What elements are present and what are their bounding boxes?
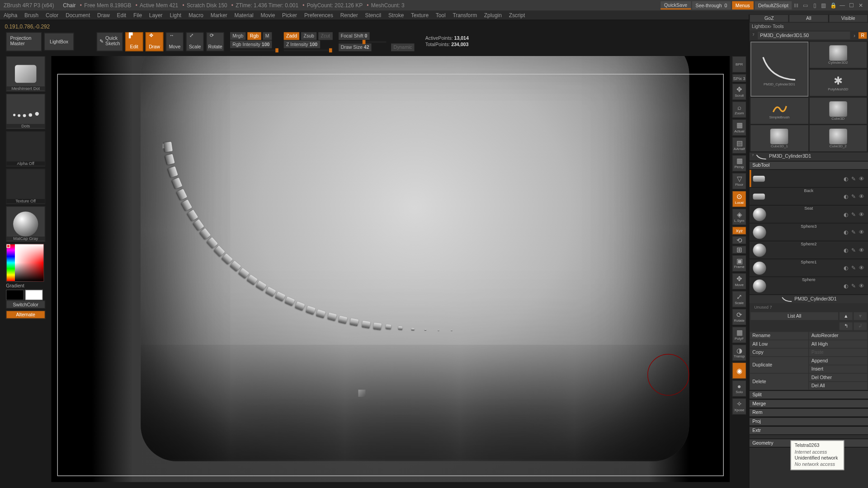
- menu-document[interactable]: Document: [66, 12, 90, 18]
- menus-button[interactable]: Menus: [732, 1, 753, 9]
- rtool-xyz[interactable]: Xyz: [732, 226, 746, 235]
- subtool-header[interactable]: SubTool: [750, 161, 868, 170]
- menu-light[interactable]: Light: [170, 12, 181, 18]
- menu-texture[interactable]: Texture: [411, 12, 429, 18]
- rtool-frame[interactable]: ▣Frame: [732, 255, 746, 272]
- rtool-local[interactable]: ⊙Local: [732, 191, 746, 207]
- rtool-scale[interactable]: ⤢Scale: [732, 291, 746, 308]
- move-up-button[interactable]: ▲: [840, 312, 853, 320]
- tool-polymesh3d[interactable]: ✱PolyMesh3D: [809, 70, 867, 96]
- subtool-item[interactable]: Sphere◐✎👁: [750, 277, 868, 295]
- rotate-button[interactable]: ⟳Rotate: [206, 32, 224, 51]
- duplicate-button[interactable]: Duplicate: [750, 357, 808, 373]
- menu-draw[interactable]: Draw: [97, 12, 110, 18]
- layout-icon[interactable]: ▭: [802, 2, 809, 9]
- dynamic-button[interactable]: Dynamic: [391, 43, 415, 51]
- subtool-item[interactable]: Seat◐✎👁: [750, 206, 868, 224]
- alpha-selector[interactable]: Alpha Off: [6, 131, 45, 167]
- nav-up-button[interactable]: ↰: [840, 322, 853, 330]
- quicksave-button[interactable]: QuickSave: [660, 1, 691, 9]
- rgb-intensity-slider[interactable]: [230, 49, 278, 51]
- zadd-button[interactable]: Zadd: [284, 32, 300, 40]
- subtool-item[interactable]: Sphere3◐✎👁: [750, 224, 868, 242]
- menu-transform[interactable]: Transform: [453, 12, 477, 18]
- subtool-vis-icon[interactable]: 👁: [859, 229, 864, 235]
- all-high-button[interactable]: All High: [809, 340, 867, 348]
- rtool-xpose[interactable]: ✧Xpose: [732, 398, 746, 415]
- texture-selector[interactable]: Texture Off: [6, 169, 45, 204]
- rtool-floor[interactable]: ▽Floor: [732, 173, 746, 189]
- seethrough-label[interactable]: See-through 0: [692, 1, 731, 9]
- subtool-vis-icon[interactable]: ✎: [851, 265, 857, 271]
- z-intensity-slider[interactable]: [284, 49, 331, 51]
- rtool-zoom[interactable]: ⌕Zoom: [732, 101, 746, 118]
- merge-header[interactable]: Merge: [750, 399, 868, 408]
- mrgb-button[interactable]: Mrgb: [230, 32, 246, 40]
- subtool-vis-icon[interactable]: ◐: [843, 229, 849, 235]
- subtool-vis-icon[interactable]: 👁: [859, 193, 864, 199]
- lightbox-button[interactable]: LightBox: [44, 33, 74, 51]
- remesh-header[interactable]: Rem: [750, 408, 868, 417]
- all-low-button[interactable]: All Low: [750, 340, 808, 348]
- subtool-vis-icon[interactable]: ✎: [851, 229, 857, 235]
- rename-button[interactable]: Rename: [750, 332, 808, 340]
- close-icon[interactable]: ✕: [857, 2, 864, 9]
- zsub-button[interactable]: Zsub: [301, 32, 316, 40]
- tool-simplebrush[interactable]: SimpleBrush: [750, 98, 808, 124]
- menu-color[interactable]: Color: [46, 12, 58, 18]
- append-button[interactable]: Append: [809, 357, 867, 365]
- menu-stencil[interactable]: Stencil: [365, 12, 381, 18]
- maximize-icon[interactable]: ☐: [848, 2, 855, 9]
- move-down-button[interactable]: ▼: [854, 312, 867, 320]
- copy-button[interactable]: Copy: [750, 348, 808, 356]
- subtool-vis-icon[interactable]: ✎: [851, 247, 857, 253]
- lock-icon[interactable]: 🔒: [830, 2, 837, 9]
- subtool-vis-icon[interactable]: ◐: [843, 247, 849, 253]
- subtool-item[interactable]: ◐✎👁: [750, 170, 868, 188]
- rtool-solo[interactable]: ●Solo: [732, 380, 746, 397]
- subtool-vis-icon[interactable]: 👁: [859, 265, 864, 271]
- m-button[interactable]: M: [263, 32, 271, 40]
- menu-brush[interactable]: Brush: [24, 12, 38, 18]
- subtool-vis-icon[interactable]: ✎: [851, 211, 857, 217]
- default-zscript[interactable]: DefaultZScript: [755, 1, 792, 9]
- autoreorder-button[interactable]: AutoReorder: [809, 332, 867, 340]
- menu-file[interactable]: File: [133, 12, 142, 18]
- current-tool-name[interactable]: PM3D_Cylinder3D1.50: [758, 32, 850, 39]
- layout2-icon[interactable]: ▯: [811, 2, 818, 9]
- subtool-vis-icon[interactable]: ✎: [851, 175, 857, 181]
- rtool-◉[interactable]: ◉: [732, 362, 746, 379]
- tool-nav-next[interactable]: ›: [851, 33, 857, 38]
- subtool-item[interactable]: Back◐✎👁: [750, 188, 868, 206]
- subtool-vis-icon[interactable]: ◐: [843, 175, 849, 181]
- rtool-l.sym[interactable]: ◈L.Sym: [732, 209, 746, 225]
- rtool-⊞[interactable]: ⊞: [732, 245, 746, 253]
- rtool-transp[interactable]: ◑Transp: [732, 344, 746, 361]
- rtool-scroll[interactable]: ✥Scroll: [732, 84, 746, 100]
- tool-current-preview[interactable]: PM3D_Cylinder3D1: [750, 42, 808, 96]
- menu-zscript[interactable]: Zscript: [509, 12, 525, 18]
- subtool-vis-icon[interactable]: 👁: [859, 175, 864, 181]
- insert-button[interactable]: Insert: [809, 365, 867, 373]
- menu-movie[interactable]: Movie: [261, 12, 275, 18]
- menu-tool[interactable]: Tool: [436, 12, 446, 18]
- switchcolor-button[interactable]: SwitchColor: [6, 300, 45, 309]
- tab-visible[interactable]: Visible: [829, 14, 868, 23]
- primary-color[interactable]: [25, 290, 43, 300]
- stroke-selector[interactable]: Dots: [6, 94, 45, 129]
- split-header[interactable]: Split: [750, 390, 868, 399]
- tool-cylinder3d2[interactable]: Cylinder3D2: [809, 42, 867, 68]
- subtool-vis-icon[interactable]: ✎: [851, 193, 857, 199]
- extract-header[interactable]: Extr: [750, 426, 868, 435]
- menu-stroke[interactable]: Stroke: [388, 12, 404, 18]
- rtool-⟲[interactable]: ⟲: [732, 236, 746, 244]
- subtool-vis-icon[interactable]: 👁: [859, 211, 864, 217]
- alternate-button[interactable]: Alternate: [6, 310, 45, 319]
- focal-shift-slider[interactable]: [338, 41, 386, 43]
- edit-button[interactable]: ▛Edit: [125, 32, 143, 51]
- rtool-spix[interactable]: SPix 3: [732, 74, 746, 82]
- rtool-actual[interactable]: ▦Actual: [732, 119, 746, 136]
- tool-r-button[interactable]: R: [859, 32, 867, 39]
- paste-button[interactable]: Paste: [809, 348, 867, 356]
- tab-goz[interactable]: GoZ: [750, 14, 789, 23]
